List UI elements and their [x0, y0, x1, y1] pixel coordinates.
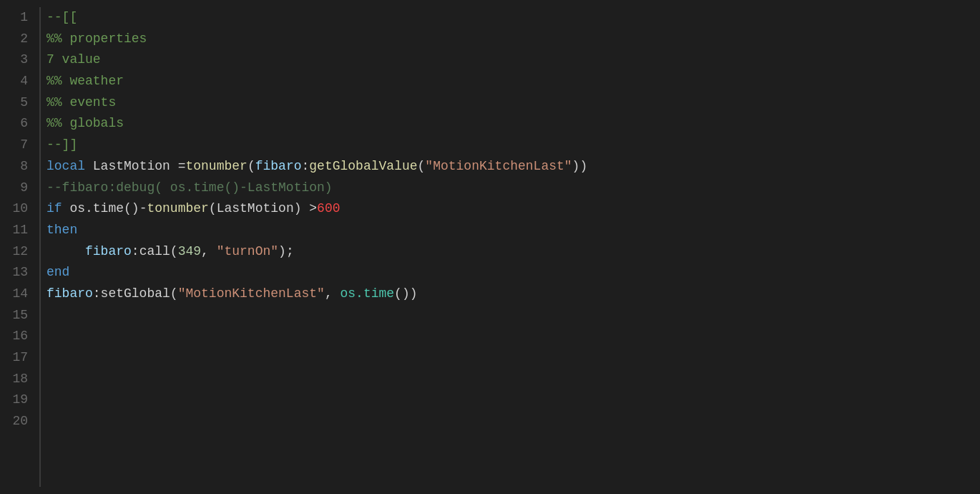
token: fibaro	[255, 159, 302, 173]
line-number: 2	[7, 29, 28, 50]
code-line: %% weather	[46, 71, 980, 92]
code-line: --]]	[46, 135, 980, 156]
token: %% events	[46, 95, 116, 110]
token: (	[418, 159, 426, 173]
token: if	[46, 201, 62, 215]
code-line: local LastMotion =tonumber(fibaro:getGlo…	[46, 156, 980, 178]
line-number: 18	[7, 369, 28, 390]
token: fibaro	[46, 286, 93, 301]
token: getGlobalValue	[309, 159, 417, 173]
token: 7 value	[46, 52, 101, 67]
line-number: 12	[7, 241, 28, 263]
token	[46, 244, 85, 258]
token: (	[248, 159, 255, 173]
token: %% weather	[46, 74, 124, 88]
token: then	[46, 223, 77, 237]
line-numbers: 1234567891011121314151617181920	[0, 7, 39, 487]
token: (LastMotion) >	[209, 201, 317, 215]
token: tonumber	[147, 201, 208, 215]
line-number: 14	[7, 284, 28, 305]
token: :call(	[132, 244, 178, 258]
code-area[interactable]: --[[%% properties7 value%% weather%% eve…	[39, 7, 980, 487]
code-line	[46, 347, 980, 369]
code-line: if os.time()-tonumber(LastMotion) >600	[46, 198, 980, 220]
code-line: fibaro:call(349, "turnOn");	[46, 241, 980, 263]
code-line	[46, 369, 980, 390]
code-line	[46, 411, 980, 432]
code-line	[46, 389, 980, 411]
line-number: 6	[7, 113, 28, 135]
line-number: 15	[7, 305, 28, 326]
editor: 1234567891011121314151617181920 --[[%% p…	[0, 0, 980, 494]
token: %% properties	[46, 32, 147, 46]
code-line: end	[46, 262, 980, 284]
line-number: 19	[7, 389, 28, 411]
code-line: %% properties	[46, 29, 980, 50]
token: os.time()-	[62, 201, 147, 215]
token: );	[278, 244, 294, 258]
line-number: 13	[7, 262, 28, 284]
code-line	[46, 305, 980, 326]
token: "MotionKitchenLast"	[178, 286, 325, 301]
token: :setGlobal(	[93, 286, 178, 301]
line-number: 20	[7, 411, 28, 432]
token: "turnOn"	[217, 244, 278, 258]
token: --[[	[46, 10, 77, 24]
token: "MotionKitchenLast"	[425, 159, 572, 173]
line-number: 5	[7, 92, 28, 114]
code-line: fibaro:setGlobal("MotionKitchenLast", os…	[46, 284, 980, 305]
token: %% globals	[46, 116, 124, 130]
token: LastMotion =	[85, 159, 185, 173]
token: 600	[317, 201, 340, 215]
code-line: --fibaro:debug( os.time()-LastMotion)	[46, 178, 980, 199]
code-line: %% events	[46, 92, 980, 114]
token: ())	[394, 286, 417, 301]
code-line: then	[46, 220, 980, 241]
line-number: 16	[7, 326, 28, 347]
line-number: 3	[7, 49, 28, 71]
token: end	[46, 265, 69, 279]
token: --fibaro:debug( os.time()-LastMotion)	[46, 180, 333, 195]
line-number: 11	[7, 220, 28, 241]
token: ,	[325, 286, 340, 301]
line-number: 9	[7, 178, 28, 199]
code-line: --[[	[46, 7, 980, 29]
code-line: 7 value	[46, 49, 980, 71]
code-line: %% globals	[46, 113, 980, 135]
code-line	[46, 326, 980, 347]
token: ,	[201, 244, 217, 258]
token: --]]	[46, 137, 77, 152]
line-number: 7	[7, 135, 28, 156]
token: :	[302, 159, 310, 173]
token: local	[46, 159, 85, 173]
line-number: 8	[7, 156, 28, 178]
line-number: 4	[7, 71, 28, 92]
token: tonumber	[185, 159, 247, 173]
token: ))	[572, 159, 588, 173]
line-number: 17	[7, 347, 28, 369]
line-number: 10	[7, 198, 28, 220]
token: os.time	[340, 286, 394, 301]
line-number: 1	[7, 7, 28, 29]
token: 349	[178, 244, 201, 258]
token: fibaro	[85, 244, 132, 258]
